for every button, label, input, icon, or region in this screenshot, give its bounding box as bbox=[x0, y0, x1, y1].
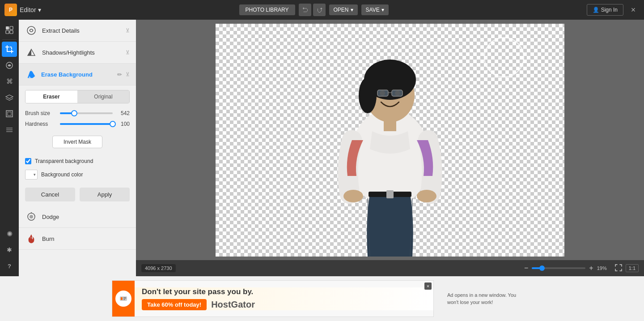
dodge-item[interactable]: Dodge bbox=[19, 206, 136, 228]
icon-bar: ⌘ ✺ ✱ ? bbox=[0, 20, 19, 276]
shadows-highlights-item[interactable]: Shadows/Hightlights ⊻ bbox=[19, 42, 136, 64]
svg-point-26 bbox=[417, 190, 436, 202]
bg-color-label: Background color bbox=[41, 171, 83, 178]
zoom-in-button[interactable]: + bbox=[589, 264, 593, 272]
pencil-icon[interactable]: ✏ bbox=[117, 71, 122, 78]
retouch-icon bbox=[5, 61, 13, 69]
brush-size-value: 542 bbox=[116, 110, 130, 116]
transparent-bg-checkbox[interactable] bbox=[25, 158, 31, 164]
effects-button[interactable]: ✺ bbox=[2, 226, 17, 241]
bg-color-swatch[interactable]: ▾ bbox=[25, 170, 38, 180]
transparent-bg-label: Transparent background bbox=[35, 158, 93, 164]
brush-size-label: Brush size bbox=[25, 110, 56, 116]
ad-cta[interactable]: Take 60% off today! bbox=[142, 299, 207, 310]
open-chevron-icon: ▾ bbox=[351, 7, 353, 13]
texture-button[interactable] bbox=[2, 122, 17, 137]
extract-details-arrow: ⊻ bbox=[126, 27, 130, 34]
ad-close-button[interactable]: × bbox=[424, 282, 432, 290]
hardness-row: Hardness 100 bbox=[19, 119, 136, 129]
image-size-label: 4096 x 2730 bbox=[141, 264, 176, 272]
svg-rect-0 bbox=[6, 26, 9, 30]
brush-size-track[interactable] bbox=[60, 112, 113, 114]
canvas-viewport[interactable] bbox=[136, 20, 644, 260]
hardness-fill bbox=[60, 123, 113, 125]
shadows-highlights-arrow: ⊻ bbox=[126, 49, 130, 56]
ad-content[interactable]: Don't let your site pass you by. Take 60… bbox=[112, 280, 434, 317]
color-swatch-arrow: ▾ bbox=[34, 172, 36, 177]
zoom-fit-button[interactable] bbox=[615, 264, 622, 273]
open-button[interactable]: OPEN ▾ bbox=[329, 4, 358, 15]
zoom-1-1-button[interactable]: 1:1 bbox=[626, 264, 639, 272]
shadows-highlights-label: Shadows/Hightlights bbox=[42, 49, 121, 56]
app-logo: P bbox=[4, 4, 17, 16]
clone-tool-button[interactable]: ⌘ bbox=[2, 74, 17, 89]
layers-icon bbox=[5, 94, 13, 101]
svg-rect-3 bbox=[10, 30, 13, 34]
erase-bg-title: Erase Background bbox=[41, 71, 114, 78]
eraser-tab[interactable]: Eraser bbox=[25, 90, 77, 103]
retouch-tool-button[interactable] bbox=[2, 58, 17, 73]
zoom-out-button[interactable]: − bbox=[524, 264, 528, 272]
layout-mode-button[interactable] bbox=[2, 22, 17, 38]
ad-headline: Don't let your site pass you by. bbox=[142, 287, 426, 296]
apply-button[interactable]: Apply bbox=[80, 188, 130, 201]
invert-mask-button[interactable]: Invert Mask bbox=[52, 136, 102, 148]
person-image bbox=[332, 42, 448, 257]
bg-color-row: ▾ Background color bbox=[19, 168, 136, 181]
zoom-percentage: 19% bbox=[597, 265, 611, 271]
frame-button[interactable] bbox=[2, 106, 17, 121]
invert-mask-row: Invert Mask bbox=[19, 129, 136, 154]
help-button[interactable]: ? bbox=[2, 258, 17, 274]
topbar-left: P Editor ▾ bbox=[4, 4, 41, 16]
zoom-controls: − + 19% 1:1 bbox=[524, 264, 639, 273]
close-button[interactable]: × bbox=[627, 4, 640, 16]
ad-brand: HostGator bbox=[211, 300, 255, 310]
plugins-button[interactable]: ✱ bbox=[2, 242, 17, 257]
original-tab[interactable]: Original bbox=[77, 90, 129, 103]
svg-rect-33 bbox=[123, 297, 126, 299]
editor-title: Editor ▾ bbox=[20, 6, 41, 13]
svg-point-13 bbox=[30, 215, 33, 218]
fit-icon bbox=[615, 264, 622, 271]
photo-library-button[interactable]: PHOTO LIBRARY bbox=[239, 4, 295, 15]
svg-rect-34 bbox=[123, 299, 125, 300]
cancel-button[interactable]: Cancel bbox=[25, 188, 75, 201]
frame-icon bbox=[6, 110, 13, 117]
svg-rect-5 bbox=[6, 111, 13, 117]
hardness-track[interactable] bbox=[60, 123, 113, 125]
texture-icon bbox=[6, 127, 13, 133]
dodge-icon bbox=[25, 210, 38, 223]
svg-rect-28 bbox=[386, 190, 394, 198]
signin-button[interactable]: 👤 Sign In bbox=[587, 4, 623, 16]
layers-button[interactable] bbox=[2, 90, 17, 105]
ad-side-text: Ad opens in a new window. You won't lose… bbox=[443, 291, 532, 306]
brush-size-thumb[interactable] bbox=[71, 110, 77, 116]
redo-button[interactable]: ⮍ bbox=[313, 4, 326, 16]
main-area: ⌘ ✺ ✱ ? bbox=[0, 20, 644, 276]
zoom-slider-track[interactable] bbox=[532, 267, 585, 269]
action-row: Cancel Apply bbox=[19, 183, 136, 206]
dodge-label: Dodge bbox=[42, 214, 130, 220]
burn-item[interactable]: Burn bbox=[19, 228, 136, 250]
extract-details-item[interactable]: Extract Details ⊻ bbox=[19, 20, 136, 42]
svg-rect-1 bbox=[10, 26, 13, 30]
save-button[interactable]: SAVE ▾ bbox=[361, 4, 389, 15]
user-icon: 👤 bbox=[593, 7, 599, 13]
toggle-row: Eraser Original bbox=[25, 90, 130, 103]
tools-panel: Extract Details ⊻ Shadows/Hightlights ⊻ bbox=[19, 20, 136, 276]
crop-tool-button[interactable] bbox=[2, 42, 17, 57]
zoom-slider-thumb[interactable] bbox=[539, 265, 545, 271]
editor-dropdown-arrow[interactable]: ▾ bbox=[38, 6, 41, 13]
undo-button[interactable]: ⮌ bbox=[299, 4, 311, 16]
topbar: P Editor ▾ PHOTO LIBRARY ⮌ ⮍ OPEN ▾ SAVE… bbox=[0, 0, 644, 20]
svg-rect-32 bbox=[121, 297, 123, 300]
burn-label: Burn bbox=[42, 235, 130, 242]
extract-details-label: Extract Details bbox=[42, 27, 121, 34]
extract-details-icon bbox=[25, 24, 38, 37]
hardness-thumb[interactable] bbox=[110, 121, 116, 127]
svg-rect-6 bbox=[8, 112, 11, 116]
canvas-inner[interactable] bbox=[216, 24, 564, 257]
svg-point-18 bbox=[359, 77, 377, 113]
hardness-label: Hardness bbox=[25, 121, 56, 127]
svg-point-25 bbox=[343, 190, 363, 202]
